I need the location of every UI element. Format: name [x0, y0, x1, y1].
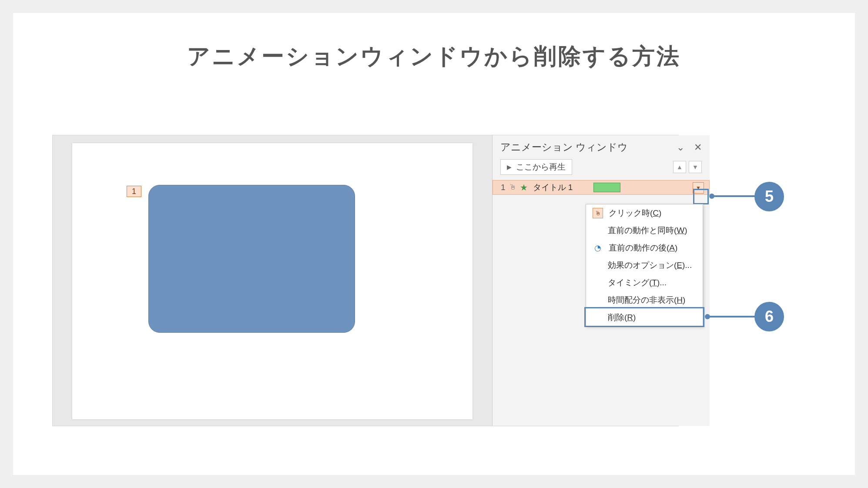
menu-item-timing[interactable]: タイミング(T)...	[586, 274, 703, 291]
slide-rounded-rectangle-shape[interactable]	[148, 185, 355, 333]
animation-pane-title: アニメーション ウィンドウ	[500, 140, 628, 154]
step5-highlight-box	[693, 189, 709, 204]
animation-pane-header: アニメーション ウィンドウ ⌄ ✕	[493, 135, 710, 157]
document-frame: アニメーションウィンドウから削除する方法 1 アニメーション ウィンドウ ⌄ ✕…	[13, 13, 855, 475]
step6-callout: 6	[754, 302, 784, 331]
move-up-button[interactable]: ▲	[673, 161, 686, 173]
play-button-label: ここから再生	[516, 161, 566, 173]
animation-number-tag[interactable]: 1	[127, 186, 141, 197]
star-icon: ★	[520, 182, 528, 193]
callout-line	[707, 316, 755, 318]
animation-pane-toolbar: ▶ ここから再生 ▲ ▼	[493, 157, 710, 180]
callout-line	[712, 195, 755, 197]
move-down-button[interactable]: ▼	[689, 161, 702, 173]
animation-item-number: 1	[501, 183, 506, 192]
slide-canvas: 1	[72, 143, 473, 419]
play-icon: ▶	[507, 164, 512, 170]
play-from-here-button[interactable]: ▶ ここから再生	[500, 159, 572, 175]
menu-item-on-click[interactable]: 🖱 クリック時(C)	[586, 204, 703, 222]
menu-item-hide-timeline[interactable]: 時間配分の非表示(H)	[586, 291, 703, 309]
animation-timeline-bar	[593, 183, 620, 192]
mouse-click-icon: 🖱	[593, 208, 603, 218]
menu-item-effect-options[interactable]: 効果のオプション(E)...	[586, 257, 703, 274]
page-title: アニメーションウィンドウから削除する方法	[13, 13, 855, 89]
menu-item-with-previous[interactable]: 直前の動作と同時(W)	[586, 222, 703, 239]
animation-item-name: タイトル 1	[533, 182, 573, 193]
step5-callout: 5	[754, 182, 784, 211]
step6-highlight-box	[584, 307, 704, 327]
chevron-down-icon[interactable]: ⌄	[677, 142, 684, 153]
clock-icon: ◔	[594, 243, 601, 253]
mouse-click-icon: 🖱	[509, 183, 516, 192]
menu-item-after-previous[interactable]: ◔ 直前の動作の後(A)	[586, 239, 703, 257]
animation-list-item[interactable]: 1 🖱 ★ タイトル 1 ▼	[493, 180, 710, 195]
close-icon[interactable]: ✕	[694, 142, 702, 153]
powerpoint-app-region: 1 アニメーション ウィンドウ ⌄ ✕ ▶ ここから再生 ▲ ▼	[52, 135, 679, 426]
